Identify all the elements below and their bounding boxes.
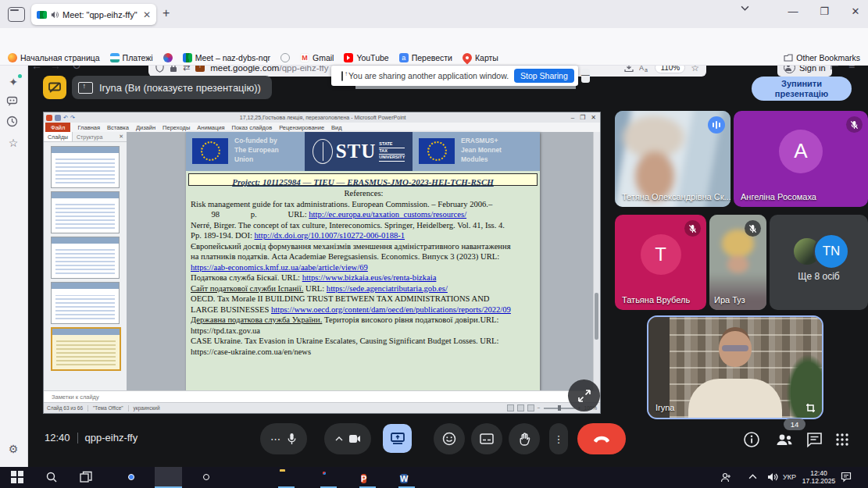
reactions-button[interactable] <box>434 423 465 454</box>
ppt-vertical-scrollbar[interactable] <box>593 132 600 391</box>
notes-pane[interactable]: Заметки к слайду <box>44 390 594 403</box>
volume-button[interactable] <box>767 472 780 486</box>
slide-thumbnail[interactable] <box>51 191 120 233</box>
more-options-button[interactable]: ⋮ <box>549 423 568 454</box>
tray-chevron-button[interactable] <box>748 474 762 487</box>
slide-thumbnail-selected[interactable] <box>51 327 121 371</box>
tab-audio-icon[interactable] <box>51 11 59 19</box>
ai-sparkle-icon[interactable]: ✦ <box>6 75 20 89</box>
reference-link[interactable]: http://dx.doi.org/10.1007/s10272-006-018… <box>255 231 405 240</box>
stop-presenting-button[interactable]: Зупинити презентацію <box>752 77 852 101</box>
participant-tile[interactable]: Тетяна Олександрівна Ск... <box>615 111 730 207</box>
panel-tab-slides[interactable]: Слайды <box>44 132 73 141</box>
self-view-tile[interactable]: Iryna <box>647 315 823 419</box>
panel-tab-outline[interactable]: Структура <box>73 132 106 141</box>
banner-minimize-button[interactable]: — <box>581 69 590 83</box>
video-options-button[interactable] <box>335 436 343 441</box>
bookmark-globe[interactable] <box>280 53 290 62</box>
other-bookmarks-button[interactable]: Other Bookmarks <box>784 53 860 62</box>
zoom-out-icon[interactable]: − <box>538 405 541 411</box>
zoom-slider[interactable] <box>544 408 575 409</box>
raise-hand-button[interactable] <box>509 423 540 454</box>
ribbon-tab-home[interactable]: Главная <box>77 124 100 131</box>
leave-call-button[interactable] <box>577 423 626 454</box>
slide-thumbnail[interactable] <box>51 146 120 188</box>
bookmark-maps[interactable]: Карты <box>463 53 498 62</box>
normal-view-icon[interactable] <box>507 404 514 411</box>
bookmark-gmail[interactable]: MGmail <box>300 53 334 62</box>
reference-link[interactable]: https://www.bizkaia.eus/es/renta-bizkaia <box>302 273 437 282</box>
panel-close-icon[interactable]: ✕ <box>119 132 127 141</box>
task-view-button[interactable] <box>80 471 93 484</box>
history-clock-icon[interactable] <box>6 116 20 130</box>
taskbar-file-explorer[interactable] <box>280 471 293 484</box>
activities-button[interactable] <box>831 429 853 451</box>
ppt-minimize-icon[interactable]: – <box>571 114 574 121</box>
bookmark-youtube[interactable]: YouTube <box>344 53 388 62</box>
notification-center-button[interactable] <box>841 472 854 485</box>
undo-icon[interactable]: ↶ <box>63 115 68 121</box>
camera-button[interactable] <box>348 434 361 443</box>
ribbon-tab-file[interactable]: Файл <box>45 123 70 132</box>
overflow-tile[interactable]: TN Ще 8 осіб <box>770 215 868 310</box>
taskbar-clock[interactable]: 12:40 17.12.2025 <box>802 469 836 485</box>
reference-link[interactable]: https://sede.agenciatributaria.gob.es/ <box>327 284 448 293</box>
people-button[interactable] <box>773 429 795 451</box>
window-restore-button[interactable]: ❐ <box>813 5 836 17</box>
ribbon-tab-animations[interactable]: Анимация <box>197 124 224 131</box>
chat-button[interactable] <box>803 429 825 451</box>
ribbon-tab-review[interactable]: Рецензирование <box>279 124 324 131</box>
bookmark-payments[interactable]: Платежі <box>110 53 153 62</box>
present-screen-button[interactable] <box>383 424 412 453</box>
taskbar-word[interactable]: W <box>400 471 413 484</box>
expand-presentation-button[interactable] <box>568 379 600 411</box>
taskbar-search-button[interactable] <box>45 471 59 484</box>
slide-thumbnail[interactable] <box>51 237 120 279</box>
taskbar-instagram[interactable] <box>200 471 213 484</box>
slide-sorter-view-icon[interactable] <box>517 404 524 411</box>
bookmark-translate[interactable]: aПеревести <box>399 53 452 62</box>
reference-link[interactable]: http://ec.europa.eu/taxation_customs/res… <box>309 210 466 219</box>
settings-gear-icon[interactable]: ⚙ <box>6 442 20 456</box>
ppt-close-icon[interactable]: ✕ <box>591 114 596 121</box>
audio-options-button[interactable]: ⋯ <box>270 433 280 445</box>
participant-tile[interactable]: Ира Туз <box>709 215 766 310</box>
taskbar-firefox-active[interactable] <box>155 467 182 488</box>
tab-close-icon[interactable]: ✕ <box>143 10 151 20</box>
ribbon-tab-insert[interactable]: Вставка <box>107 124 129 131</box>
language-indicator[interactable]: УКР <box>783 473 796 481</box>
window-minimize-button[interactable]: — <box>781 5 805 17</box>
reference-link[interactable]: https://aab-economics.kmf.uz.ua/aabe/art… <box>191 263 368 272</box>
presenter-chip[interactable]: Iryna (Ви (показуєте презентацію)) <box>72 76 272 99</box>
chatbot-icon[interactable] <box>6 95 20 109</box>
ribbon-tab-transitions[interactable]: Переходы <box>163 124 190 131</box>
browser-tab[interactable]: Meet: "qpp-eihz-ffy" ✕ <box>31 4 156 25</box>
captions-button[interactable] <box>471 423 502 454</box>
bookmark-meet[interactable]: Meet – naz-dybs-nqr <box>183 53 270 62</box>
bookmarks-star-icon[interactable]: ☆ <box>6 136 20 150</box>
ribbon-tab-slideshow[interactable]: Показ слайдов <box>232 124 273 131</box>
taskbar-app[interactable] <box>239 471 252 484</box>
start-button[interactable] <box>11 471 24 484</box>
presentation-tile-avatar[interactable] <box>43 76 66 99</box>
participant-tile[interactable]: T Татьяна Врубель <box>615 215 706 310</box>
taskbar-app-2[interactable] <box>322 471 335 484</box>
taskbar-chrome[interactable] <box>125 471 138 484</box>
slideshow-view-icon[interactable] <box>527 404 534 411</box>
reference-link[interactable]: https://www.oecd.org/content/dam/oecd/en… <box>271 305 511 314</box>
firefox-view-icon[interactable] <box>8 7 25 22</box>
bookmark-home[interactable]: Начальная страница <box>8 53 100 62</box>
meeting-details-button[interactable] <box>741 429 763 451</box>
mic-button[interactable] <box>287 433 297 445</box>
taskbar-powerpoint[interactable]: P <box>361 471 374 484</box>
ribbon-tab-view[interactable]: Вид <box>331 124 342 131</box>
tabs-list-chevron-icon[interactable] <box>741 5 764 11</box>
participant-tile[interactable]: A Ангеліна Росомаха <box>734 111 868 207</box>
bookmark-brush[interactable] <box>163 53 173 62</box>
crop-icon[interactable] <box>805 403 816 413</box>
ppt-restore-icon[interactable]: ❐ <box>580 114 585 121</box>
stop-sharing-button[interactable]: Stop Sharing <box>514 69 574 83</box>
save-icon[interactable] <box>55 115 61 121</box>
slide-thumbnail[interactable] <box>51 282 120 324</box>
window-close-button[interactable]: ✕ <box>844 5 867 17</box>
